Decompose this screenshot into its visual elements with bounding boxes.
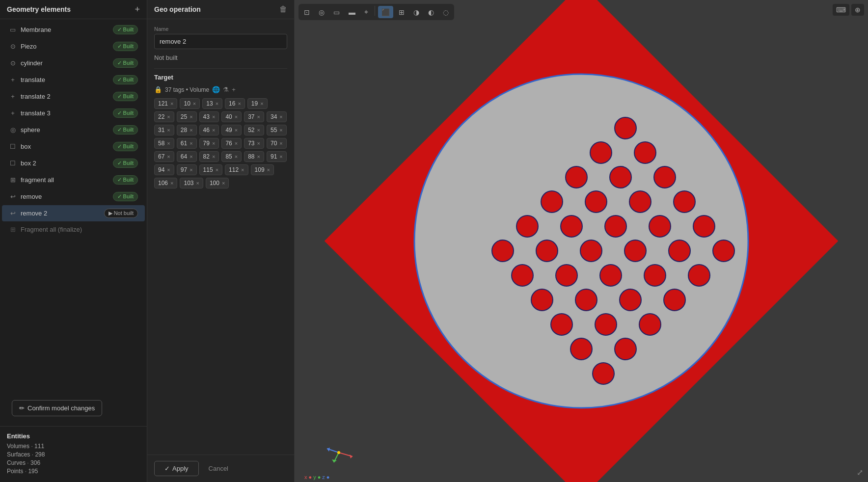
svg-point-5 <box>634 142 656 163</box>
toolbar-btn-2[interactable]: ▭ <box>330 6 343 18</box>
svg-point-19 <box>536 240 558 262</box>
remove-tag-button[interactable]: × <box>190 114 192 120</box>
svg-point-4 <box>590 142 612 163</box>
remove-tag-button[interactable]: × <box>235 114 238 120</box>
remove-tag-button[interactable]: × <box>257 127 260 133</box>
remove-tag-button[interactable]: × <box>193 101 196 107</box>
geo-item-box2[interactable]: ☐box 2✓ Built <box>2 155 145 171</box>
geo-item-translate[interactable]: +translate✓ Built <box>2 72 145 88</box>
remove-tag-button[interactable]: × <box>260 101 263 107</box>
remove-tag-button[interactable]: × <box>167 154 170 160</box>
remove-tag-button[interactable]: × <box>279 127 282 133</box>
toolbar-top: ⊡◎▭▬⌖⬛⊞◑◐◌ <box>298 4 454 20</box>
remove-tag-button[interactable]: × <box>267 167 270 173</box>
3d-scene[interactable] <box>295 0 868 482</box>
remove-tag-button[interactable]: × <box>216 101 218 107</box>
geo-item-box[interactable]: ☐box✓ Built <box>2 138 145 155</box>
filter-icon[interactable]: ⚗ <box>223 86 229 93</box>
lock-icon: 🔒 <box>154 86 162 93</box>
svg-point-12 <box>674 191 695 213</box>
remove-tag-button[interactable]: × <box>167 127 170 133</box>
toolbar-btn-7[interactable]: ◑ <box>410 6 423 18</box>
built-badge: ✓ Built <box>113 42 138 51</box>
toolbar-btn-3[interactable]: ▬ <box>345 6 359 18</box>
apply-button[interactable]: ✓ Apply <box>154 461 199 476</box>
remove-tag-button[interactable]: × <box>196 180 199 186</box>
geo-item-piezo[interactable]: ⊙Piezo✓ Built <box>2 38 145 54</box>
remove-tag-button[interactable]: × <box>279 154 282 160</box>
tag-chip: 61× <box>177 138 197 149</box>
cancel-button[interactable]: Cancel <box>204 461 233 476</box>
svg-point-26 <box>600 265 622 286</box>
delete-op-button[interactable]: 🗑 <box>279 5 287 14</box>
remove-tag-button[interactable]: × <box>222 180 225 186</box>
remove-tag-button[interactable]: × <box>279 140 282 146</box>
tag-value: 58 <box>158 140 164 147</box>
remove-tag-button[interactable]: × <box>167 114 170 120</box>
add-geo-button[interactable]: + <box>135 5 140 14</box>
remove-tag-button[interactable]: × <box>235 140 238 146</box>
toolbar-btn-0[interactable]: ⊡ <box>300 6 313 18</box>
geo-item-remove[interactable]: ↩remove✓ Built <box>2 188 145 205</box>
remove-tag-button[interactable]: × <box>167 167 170 173</box>
geo-item-fragmentAllFinalize[interactable]: ⊞Fragment all (finalize) <box>2 222 145 237</box>
globe-icon[interactable]: 🌐 <box>212 86 220 93</box>
remove-tag-button[interactable]: × <box>190 127 192 133</box>
toolbar-btn-8[interactable]: ◐ <box>425 6 437 18</box>
remove-tag-button[interactable]: × <box>241 167 244 173</box>
tag-value: 34 <box>271 113 277 120</box>
remove-tag-button[interactable]: × <box>190 167 192 173</box>
svg-point-34 <box>595 314 617 335</box>
toolbar-btn-1[interactable]: ◎ <box>315 6 328 18</box>
geo-item-sphere[interactable]: ◎sphere✓ Built <box>2 122 145 138</box>
tag-value: 55 <box>271 127 277 134</box>
name-input[interactable] <box>154 34 287 49</box>
geo-item-membrane[interactable]: ▭Membrane✓ Built <box>2 22 145 38</box>
geo-op-title: Geo operation <box>154 5 201 13</box>
remove-tag-button[interactable]: × <box>190 154 192 160</box>
toolbar-btn-5[interactable]: ⬛ <box>378 6 393 18</box>
geo-item-remove2[interactable]: ↩remove 2▶ Not built <box>2 205 145 221</box>
remove-tag-button[interactable]: × <box>235 154 238 160</box>
geo-item-cylinder[interactable]: ⊙cylinder✓ Built <box>2 55 145 71</box>
remove-tag-button[interactable]: × <box>190 140 192 146</box>
entity-label: Curves <box>7 459 26 466</box>
expand-btn[interactable]: ⊕ <box>851 4 864 16</box>
remove-tag-button[interactable]: × <box>257 114 260 120</box>
remove-tag-button[interactable]: × <box>279 114 282 120</box>
remove-tag-button[interactable]: × <box>212 114 215 120</box>
svg-point-25 <box>556 265 577 286</box>
tag-value: 97 <box>181 166 187 173</box>
remove-tag-button[interactable]: × <box>216 167 218 173</box>
remove-tag-button[interactable]: × <box>212 154 215 160</box>
geo-item-fragmentAll[interactable]: ⊞fragment all✓ Built <box>2 172 145 188</box>
remove-icon: ↩ <box>9 193 17 201</box>
remove-tag-button[interactable]: × <box>212 140 215 146</box>
keyboard-btn[interactable]: ⌨ <box>833 4 849 16</box>
toolbar-btn-4[interactable]: ⌖ <box>361 6 372 18</box>
built-badge: ✓ Built <box>113 58 138 68</box>
built-badge: ✓ Built <box>113 192 138 201</box>
remove-tag-button[interactable]: × <box>257 140 260 146</box>
remove-tag-button[interactable]: × <box>170 101 173 107</box>
corner-arrows[interactable]: ⤢ <box>857 468 863 477</box>
geo-item-translate2[interactable]: +translate 2✓ Built <box>2 88 145 105</box>
toolbar-btn-9[interactable]: ◌ <box>439 6 452 18</box>
remove-tag-button[interactable]: × <box>167 140 170 146</box>
add-tag-icon[interactable]: + <box>232 86 236 93</box>
remove-tag-button[interactable]: × <box>257 154 260 160</box>
cylinder-icon: ⊙ <box>9 59 17 67</box>
tag-value: 46 <box>203 127 210 134</box>
op-footer: ✓ Apply Cancel <box>147 455 294 482</box>
tag-value: 52 <box>248 127 254 134</box>
not-built-badge[interactable]: ▶ Not built <box>104 209 138 218</box>
remove-tag-button[interactable]: × <box>170 180 173 186</box>
tag-value: 106 <box>158 180 168 187</box>
remove-tag-button[interactable]: × <box>235 127 238 133</box>
confirm-model-button[interactable]: ✏ Confirm model changes <box>12 400 102 416</box>
svg-point-16 <box>649 215 671 237</box>
remove-tag-button[interactable]: × <box>238 101 241 107</box>
geo-item-translate3[interactable]: +translate 3✓ Built <box>2 105 145 121</box>
remove-tag-button[interactable]: × <box>212 127 215 133</box>
toolbar-btn-6[interactable]: ⊞ <box>395 6 408 18</box>
